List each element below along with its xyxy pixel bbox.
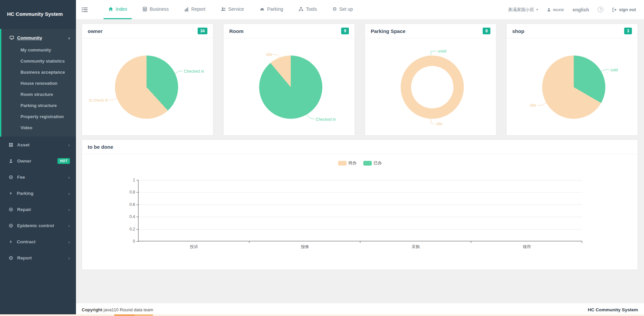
pie-label-checked-in: Checked in: [316, 117, 336, 122]
legend-swatch: [338, 161, 347, 166]
x-axis-category-label: 领用: [471, 244, 582, 250]
x-axis-category-label: 报修: [249, 244, 360, 250]
card-header: to be done: [82, 140, 638, 154]
hot-badge: HOT: [57, 158, 70, 164]
parking-donut-chart: used idle: [365, 38, 496, 135]
home-icon: [108, 7, 113, 11]
sidebar-item-label: Community: [17, 35, 42, 40]
owner-card: owner 34 Checked in to check in: [82, 24, 213, 136]
bolt-icon: [9, 240, 13, 244]
chart-legend: 待办 已办: [82, 160, 638, 166]
sidebar-item-parking[interactable]: Parking ›: [0, 185, 76, 201]
sign-out-button[interactable]: sign out: [612, 7, 636, 12]
owner-pie-chart: Checked in to check in: [82, 38, 213, 135]
pie-label-used: used: [438, 49, 446, 54]
tab-set-up[interactable]: ⚙ Set up: [328, 0, 358, 19]
shop-card: shop 3 sold idle: [506, 24, 638, 136]
legend-item-pending[interactable]: 待办: [338, 160, 357, 166]
community-selector[interactable]: 美满家园小区 ▾: [508, 7, 538, 13]
sidebar-item-report[interactable]: Report ›: [0, 250, 76, 266]
user-icon: [9, 159, 13, 163]
main-content: owner 34 Checked in to check in Room 9: [76, 19, 644, 303]
caret-down-icon: ▾: [536, 7, 538, 12]
chevron-right-icon: ›: [68, 239, 70, 245]
sidebar-item-epidemic-control[interactable]: Epidemic control ›: [0, 217, 76, 234]
pie-chart[interactable]: [542, 56, 605, 119]
sidebar-item-contract[interactable]: Contract ›: [0, 234, 76, 250]
sidebar-item-repair[interactable]: Repair ›: [0, 201, 76, 217]
sidebar-item-my-community[interactable]: My community: [1, 44, 76, 56]
sign-out-icon: [612, 7, 617, 12]
sidebar-section-community: Community › My community Community stati…: [0, 29, 76, 137]
sidebar-item-fee[interactable]: Fee ›: [0, 169, 76, 185]
bolt-icon: [9, 191, 13, 196]
sidebar-item-parking-structure[interactable]: Parking structure: [1, 100, 76, 111]
sidebar: HC Community System Community › My commu…: [0, 0, 76, 316]
shop-pie-chart: sold idle: [507, 38, 638, 135]
donut-hole: [411, 66, 453, 108]
pie-label-idle: idle: [255, 52, 272, 57]
legend-item-done[interactable]: 已办: [363, 160, 382, 166]
pie-label-to-check-in: to check in: [85, 98, 108, 103]
pie-chart[interactable]: [115, 56, 178, 119]
todo-plot-area: 00.20.40.60.81投诉报修采购领用: [138, 180, 582, 241]
to-be-done-card: to be done 待办 已办 00.20.40.60.81投诉报修采购领用: [82, 139, 638, 270]
sidebar-item-business-acceptance[interactable]: Business acceptance: [1, 67, 76, 78]
pie-label-idle: idle: [517, 103, 536, 108]
main-tabs: Index Business Report Service Parking: [104, 0, 364, 19]
globe-icon: [9, 207, 13, 212]
sidebar-item-room-structure[interactable]: Room structure: [1, 89, 76, 100]
summary-cards-row: owner 34 Checked in to check in Room 9: [82, 24, 638, 136]
card-header: Parking Space 8: [365, 24, 496, 38]
car-icon: [259, 7, 265, 11]
tab-parking[interactable]: Parking: [255, 0, 288, 19]
tab-service[interactable]: Service: [216, 0, 249, 19]
tab-tools[interactable]: Tools: [294, 0, 322, 19]
gear-icon: ⚙: [332, 6, 337, 12]
sidebar-item-video[interactable]: Video: [1, 122, 76, 133]
sidebar-item-property-registration[interactable]: Property registration: [1, 111, 76, 122]
bar-chart-icon: [184, 7, 189, 11]
count-badge: 3: [624, 28, 632, 34]
chevron-right-icon: ›: [68, 255, 70, 261]
y-axis-tick-label: 0.8: [126, 190, 135, 195]
card-title: Parking Space: [371, 28, 405, 34]
users-icon: [221, 7, 226, 11]
chevron-right-icon: ›: [68, 35, 70, 41]
chevron-right-icon: ›: [68, 223, 70, 229]
legend-swatch: [363, 161, 372, 166]
copyright-text: java110 Round data team: [104, 307, 153, 312]
card-header: Room 9: [224, 24, 355, 38]
card-header: owner 34: [82, 24, 213, 38]
sidebar-item-community[interactable]: Community ›: [1, 31, 76, 44]
x-axis-category-label: 采购: [360, 244, 471, 250]
help-icon[interactable]: ?: [598, 7, 603, 12]
tab-report[interactable]: Report: [179, 0, 210, 19]
bottom-cutoff-strip: [0, 314, 644, 316]
sidebar-item-asset[interactable]: Asset ›: [0, 137, 76, 153]
language-switcher[interactable]: english: [572, 7, 589, 12]
sitemap-icon: [298, 7, 304, 11]
tab-business[interactable]: Business: [138, 0, 173, 19]
pie-chart[interactable]: [259, 56, 322, 119]
username: wuxw: [553, 7, 564, 12]
sidebar-item-house-renovation[interactable]: House renovation: [1, 78, 76, 89]
footer-brand: HC Community System: [588, 307, 638, 312]
y-axis-tick-label: 1: [126, 178, 135, 182]
list-icon: [82, 7, 88, 12]
monitor-icon: [9, 35, 14, 40]
user-menu[interactable]: wuxw: [547, 7, 564, 12]
parking-space-card: Parking Space 8 used idle: [365, 24, 496, 136]
pie-label-checked-in: Checked in: [184, 69, 204, 74]
tab-index[interactable]: Index: [104, 0, 132, 19]
y-axis-tick-label: 0.4: [126, 214, 135, 219]
chevron-right-icon: ›: [68, 142, 70, 148]
globe-icon: [9, 223, 13, 228]
grid-icon: [9, 143, 13, 147]
card-title: shop: [512, 28, 524, 34]
sidebar-item-owner[interactable]: Owner HOT: [0, 153, 76, 169]
y-axis-tick-label: 0: [126, 239, 135, 244]
sidebar-toggle-button[interactable]: [76, 0, 93, 19]
sidebar-item-community-statistics[interactable]: Community statistics: [1, 56, 76, 67]
count-badge: 34: [198, 28, 207, 34]
